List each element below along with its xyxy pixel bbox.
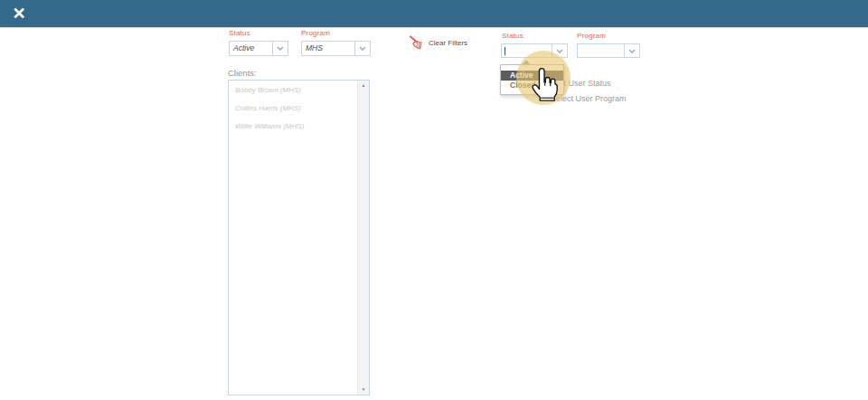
- program-select-right[interactable]: [577, 43, 640, 58]
- close-icon: ✕: [12, 5, 25, 22]
- program-select-left-button[interactable]: [354, 42, 370, 55]
- clients-label: Clients:: [228, 68, 257, 78]
- scroll-up-icon[interactable]: ▲: [362, 83, 366, 88]
- clear-filters-button[interactable]: Clear Filters: [409, 35, 467, 50]
- chevron-down-icon: [556, 49, 563, 53]
- list-item[interactable]: Bobby Brown (MHS): [229, 84, 369, 102]
- program-select-right-value: [578, 44, 624, 57]
- status-select-left-value: Active: [230, 42, 272, 55]
- clear-filter-broom-icon: [409, 35, 425, 50]
- status-label-right: Status: [502, 32, 524, 40]
- list-item[interactable]: Willie Williams (MHS): [229, 120, 369, 138]
- chevron-down-icon: [628, 49, 636, 53]
- chevron-down-icon: [277, 46, 284, 51]
- list-item[interactable]: Collins Harris (MHS): [229, 102, 369, 120]
- status-label-left: Status: [229, 29, 250, 37]
- text-caret: [505, 47, 505, 55]
- scroll-down-icon[interactable]: ▼: [362, 387, 366, 392]
- program-select-left-value: MHS: [302, 42, 354, 55]
- status-select-left-button[interactable]: [272, 42, 288, 55]
- program-label-right: Program: [577, 32, 606, 40]
- status-select-left[interactable]: Active: [229, 41, 288, 56]
- modal-screen: ✕ Status Active Program MHS Clear Filter…: [0, 0, 868, 400]
- close-button[interactable]: ✕: [7, 2, 31, 25]
- clear-filters-label: Clear Filters: [429, 39, 467, 47]
- program-select-left[interactable]: MHS: [301, 41, 371, 56]
- cursor-hand-icon: [529, 68, 559, 102]
- program-label-left: Program: [301, 29, 330, 37]
- clients-listbox[interactable]: Bobby Brown (MHS) Collins Harris (MHS) W…: [228, 80, 370, 395]
- scrollbar[interactable]: ▲ ▼: [357, 81, 369, 395]
- header-bar: ✕: [0, 0, 868, 28]
- chevron-down-icon: [359, 46, 366, 51]
- program-select-right-button[interactable]: [624, 44, 639, 57]
